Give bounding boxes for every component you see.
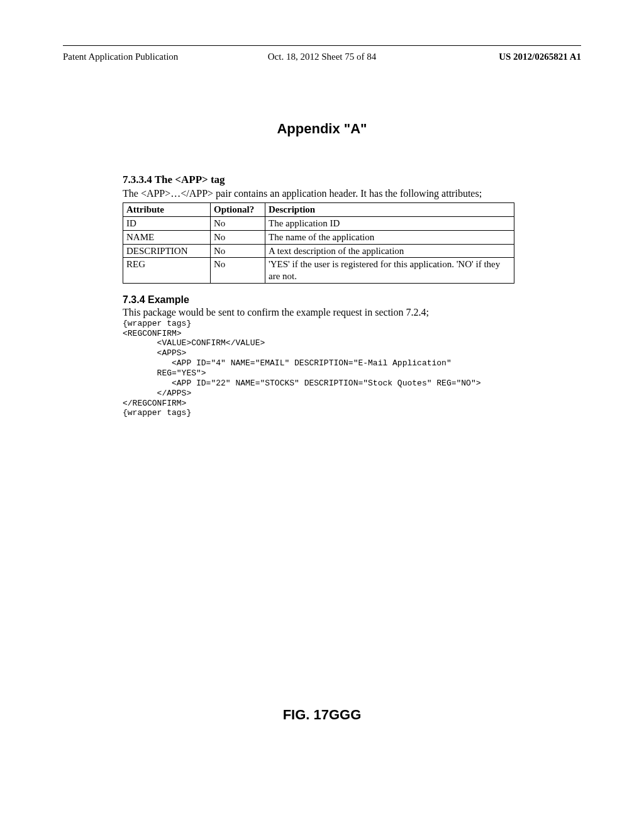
section-intro-app-tag: The <APP>…</APP> pair contains an applic… <box>123 187 519 200</box>
header-rule <box>63 45 581 46</box>
table-row: NAME No The name of the application <box>123 230 514 244</box>
table-row: REG No 'YES' if the user is registered f… <box>123 258 514 284</box>
page: Patent Application Publication Oct. 18, … <box>0 0 644 830</box>
table-cell-attribute: REG <box>123 258 211 284</box>
section-heading-example: 7.3.4 Example <box>123 294 519 306</box>
table-header-optional: Optional? <box>211 203 265 217</box>
table-cell-description: 'YES' if the user is registered for this… <box>265 258 514 284</box>
table-header-description: Description <box>265 203 514 217</box>
example-code-block: {wrapper tags} <REGCONFIRM> <VALUE>CONFI… <box>123 319 519 419</box>
table-cell-description: A text description of the application <box>265 244 514 258</box>
content-area: 7.3.3.4 The <APP> tag The <APP>…</APP> p… <box>123 173 519 418</box>
table-cell-description: The application ID <box>265 217 514 231</box>
table-cell-optional: No <box>211 244 265 258</box>
table-cell-description: The name of the application <box>265 230 514 244</box>
appendix-title: Appendix "A" <box>0 121 644 137</box>
table-header-row: Attribute Optional? Description <box>123 203 514 217</box>
table-cell-optional: No <box>211 230 265 244</box>
section-heading-app-tag: 7.3.3.4 The <APP> tag <box>123 173 519 186</box>
attributes-table: Attribute Optional? Description ID No Th… <box>123 202 514 284</box>
table-row: DESCRIPTION No A text description of the… <box>123 244 514 258</box>
table-cell-attribute: DESCRIPTION <box>123 244 211 258</box>
header-right: US 2012/0265821 A1 <box>499 52 581 62</box>
table-row: ID No The application ID <box>123 217 514 231</box>
figure-label: FIG. 17GGG <box>0 707 644 723</box>
table-cell-attribute: NAME <box>123 230 211 244</box>
table-cell-attribute: ID <box>123 217 211 231</box>
table-cell-optional: No <box>211 217 265 231</box>
table-header-attribute: Attribute <box>123 203 211 217</box>
section-intro-example: This package would be sent to confirm th… <box>123 306 519 319</box>
table-cell-optional: No <box>211 258 265 284</box>
